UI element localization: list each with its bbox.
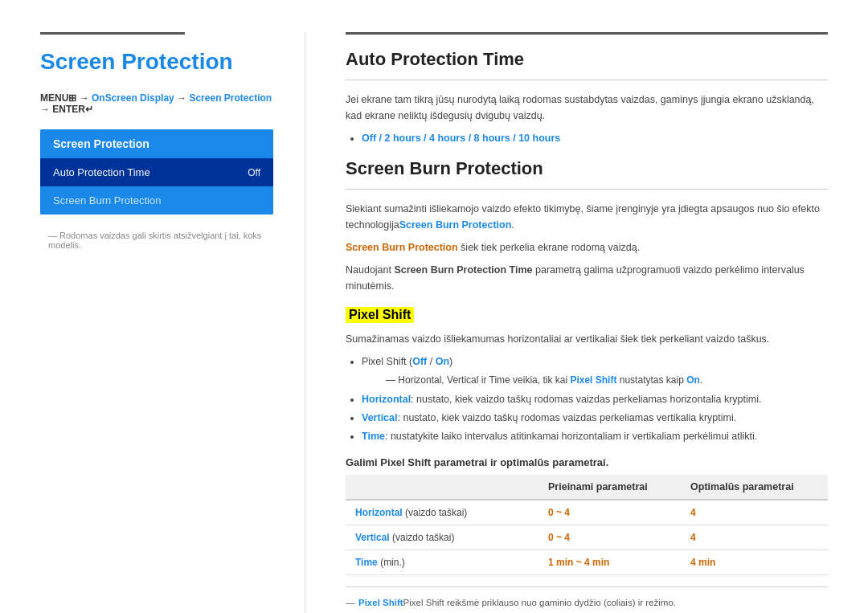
menu-item-auto-protection[interactable]: Auto Protection Time Off: [40, 158, 273, 186]
row2-optimal-val: 4: [690, 532, 696, 543]
row3-optimal: 4 min: [681, 550, 828, 575]
arrow1: →: [80, 92, 92, 104]
screen-burn-desc3: Naudojant Screen Burn Protection Time pa…: [346, 262, 828, 294]
menu-label: MENU⊞: [40, 92, 76, 104]
ps-sub-list: Horizontal, Vertical ir Time veikia, tik…: [362, 373, 828, 388]
pixel-shift-desc: Sumažinamas vaizdo išliekamumas horizont…: [346, 331, 828, 347]
options-item: Off / 2 hours / 4 hours / 8 hours / 10 h…: [362, 130, 828, 147]
params-table: Prieinami parametrai Optimalūs parametra…: [346, 475, 828, 575]
row2-optimal: 4: [681, 525, 828, 550]
bullet-time: Time: nustatykite laiko intervalus atiti…: [362, 428, 828, 445]
ps-on: On: [436, 356, 449, 367]
top-divider: [40, 32, 185, 35]
bottom-note-1: Pixel ShiftPixel Shift reikšmė priklauso…: [346, 595, 828, 611]
row2-range: 0 ~ 4: [538, 525, 681, 550]
desc1-link: Screen Burn Protection: [399, 219, 512, 231]
bottom-notes: Pixel ShiftPixel Shift reikšmė priklauso…: [346, 586, 828, 613]
galimi-section: Galimi Pixel Shift parametrai ir optimal…: [346, 456, 828, 575]
horizontal-label: Horizontal: [362, 394, 411, 405]
row3-label-bold: Time: [355, 557, 378, 568]
row1-range: 0 ~ 4: [538, 500, 681, 525]
desc1-end: .: [511, 219, 514, 231]
breadcrumb: MENU⊞ → OnScreen Display → Screen Protec…: [40, 92, 280, 115]
row2-range-val: 0 ~ 4: [548, 532, 570, 543]
screen-burn-desc1: Siekiant sumažinti išliekamojo vaizdo ef…: [346, 201, 828, 233]
pixel-shift-section: Pixel Shift Sumažinamas vaizdo išliekamu…: [346, 300, 828, 445]
desc2-bold: Screen Burn Protection: [346, 242, 458, 253]
menu-box-header: Screen Protection: [40, 129, 273, 158]
left-note: — Rodomas vaizdas gali skirtis atsižvelg…: [40, 231, 280, 250]
pixel-shift-title: Pixel Shift: [346, 307, 414, 323]
row1-range-val: 0 ~ 4: [548, 507, 570, 518]
screen-protection-link: Screen Protection: [189, 92, 272, 104]
row2-label-rest: (vaizdo taškai): [390, 532, 455, 543]
ps-sep: /: [427, 356, 435, 367]
row3-range-val: 1 min ~ 4 min: [548, 557, 609, 568]
vertical-label: Vertical: [362, 412, 397, 423]
table-header: Prieinami parametrai Optimalūs parametra…: [346, 475, 828, 500]
ps-sub-item: Horizontal, Vertical ir Time veikia, tik…: [386, 373, 828, 388]
ps-sub-on: On: [686, 374, 700, 386]
right-top-divider: [346, 32, 828, 35]
ps-before: Pixel Shift (: [362, 356, 412, 367]
pixel-shift-bullets: Pixel Shift (Off / On) Horizontal, Verti…: [346, 353, 828, 445]
row3-optimal-val: 4 min: [690, 557, 715, 568]
row1-label-bold: Horizontal: [355, 507, 403, 518]
row3-range: 1 min ~ 4 min: [538, 550, 681, 575]
screen-burn-title: Screen Burn Protection: [346, 158, 828, 179]
time-desc: : nustatykite laiko intervalus atitinkam…: [385, 431, 757, 442]
ps-sub-end: .: [700, 374, 702, 386]
menu-item-screen-burn[interactable]: Screen Burn Protection: [40, 186, 273, 215]
note1-text: Pixel Shift reikšmė priklauso nuo gamini…: [403, 598, 676, 607]
row1-label-rest: (vaizdo taškai): [403, 507, 468, 518]
row1-optimal: 4: [681, 500, 828, 525]
menu-item-value-auto: Off: [248, 167, 260, 178]
section-screen-burn: Screen Burn Protection Siekiant sumažint…: [346, 158, 828, 294]
desc2-rest: šiek tiek perkelia ekrane rodomą vaizdą.: [458, 242, 641, 253]
desc3-start: Naudojant: [346, 264, 394, 276]
menu-item-label-burn: Screen Burn Protection: [53, 194, 161, 206]
auto-protection-title: Auto Protection Time: [346, 49, 828, 70]
right-panel: Auto Protection Time Jei ekrane tam tikr…: [305, 32, 868, 613]
row3-label-rest: (min.): [378, 557, 405, 568]
left-panel: Screen Protection MENU⊞ → OnScreen Displ…: [0, 32, 305, 613]
section-auto-protection: Auto Protection Time Jei ekrane tam tikr…: [346, 49, 828, 147]
ps-close: ): [449, 356, 452, 367]
col-header-name: [346, 475, 538, 500]
table-body: Horizontal (vaizdo taškai) 0 ~ 4 4 Verti…: [346, 500, 828, 575]
col-header-optimalus: Optimalūs parametrai: [681, 475, 828, 500]
desc3-bold: Screen Burn Protection Time: [394, 264, 532, 276]
bullet-pixel-shift-onoff: Pixel Shift (Off / On) Horizontal, Verti…: [362, 353, 828, 387]
page-title: Screen Protection: [40, 49, 280, 75]
row3-label: Time (min.): [346, 550, 538, 575]
bullet-vertical: Vertical: nustato, kiek vaizdo taškų rod…: [362, 410, 828, 427]
bullet-horizontal: Horizontal: nustato, kiek vaizdo taškų r…: [362, 391, 828, 408]
row2-label: Vertical (vaizdo taškai): [346, 525, 538, 550]
col-header-prieinami: Prieinami parametrai: [538, 475, 681, 500]
row2-label-bold: Vertical: [355, 532, 390, 543]
table-row: Vertical (vaizdo taškai) 0 ~ 4 4: [346, 525, 828, 550]
auto-protection-desc: Jei ekrane tam tikrą jūsų nurodytą laiką…: [346, 92, 828, 124]
ps-sub-text1: Horizontal, Vertical ir Time veikia, tik…: [398, 374, 570, 386]
ps-sub-bold: Pixel Shift: [570, 374, 616, 386]
auto-protection-options: Off / 2 hours / 4 hours / 8 hours / 10 h…: [346, 130, 828, 147]
arrow2: →: [177, 92, 189, 104]
note1-bold: Pixel Shift: [358, 598, 403, 607]
row1-label: Horizontal (vaizdo taškai): [346, 500, 538, 525]
menu-box: Screen Protection Auto Protection Time O…: [40, 129, 273, 215]
options-text: Off / 2 hours / 4 hours / 8 hours / 10 h…: [362, 133, 560, 144]
menu-item-label-auto: Auto Protection Time: [53, 166, 150, 178]
ps-sub-text2: nustatytas kaip: [616, 374, 686, 386]
section2-divider: [346, 189, 828, 190]
enter-label: ENTER↵: [52, 104, 93, 115]
screen-burn-desc2: Screen Burn Protection šiek tiek perkeli…: [346, 239, 828, 255]
arrow3: →: [40, 104, 52, 115]
vertical-desc: : nustato, kiek vaizdo taškų rodomas vai…: [397, 412, 736, 423]
table-row: Horizontal (vaizdo taškai) 0 ~ 4 4: [346, 500, 828, 525]
table-row: Time (min.) 1 min ~ 4 min 4 min: [346, 550, 828, 575]
onscreen-display-link: OnScreen Display: [92, 92, 174, 104]
time-label: Time: [362, 431, 385, 442]
row1-optimal-val: 4: [690, 507, 696, 518]
horizontal-desc: : nustato, kiek vaizdo taškų rodomas vai…: [411, 394, 761, 405]
ps-off: Off: [412, 356, 427, 367]
